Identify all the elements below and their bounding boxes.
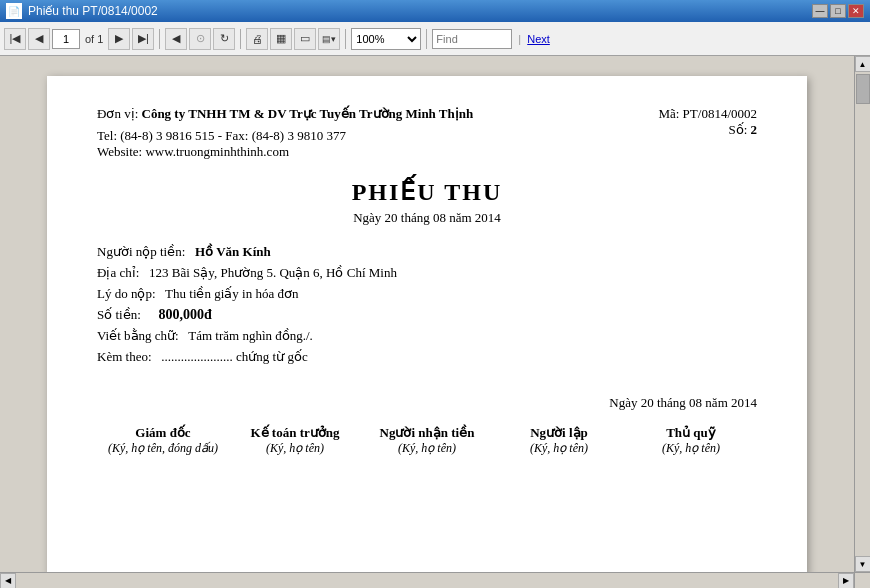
so-tien-value: 800,000đ — [159, 307, 212, 323]
scroll-up-button[interactable]: ▲ — [855, 56, 871, 72]
scroll-left-button[interactable]: ◀ — [0, 573, 16, 589]
ly-do-value: Thu tiền giấy in hóa đơn — [165, 286, 298, 301]
refresh-button[interactable]: ↻ — [213, 28, 235, 50]
scroll-thumb-vertical[interactable] — [856, 74, 870, 104]
scroll-right-button[interactable]: ▶ — [838, 573, 854, 589]
document-date: Ngày 20 tháng 08 năm 2014 — [97, 210, 757, 226]
kem-theo-value: ...................... chứng từ gốc — [161, 349, 307, 364]
find-separator: | — [518, 33, 521, 45]
toolbar: |◀ ◀ of 1 ▶ ▶| ◀ ⊙ ↻ 🖨 ▦ ▭ ▤▾ 100% 75% 1… — [0, 22, 870, 56]
ma-label: Mã: PT/0814/0002 — [658, 106, 757, 122]
page-view-button[interactable]: ▭ — [294, 28, 316, 50]
scroll-down-button[interactable]: ▼ — [855, 556, 871, 572]
prev-page-button[interactable]: ◀ — [28, 28, 50, 50]
so-value: 2 — [751, 122, 758, 137]
forward-button[interactable]: ⊙ — [189, 28, 211, 50]
separator-2 — [240, 29, 241, 49]
company-name: Công ty TNHH TM & DV Trực Tuyến Trường M… — [142, 106, 474, 121]
separator-1 — [159, 29, 160, 49]
viet-bang-chu-label: Viết bằng chữ: — [97, 328, 179, 343]
sig-sub-0: (Ký, họ tên, đóng dấu) — [104, 441, 223, 456]
kem-theo-label: Kèm theo: — [97, 349, 152, 364]
sig-col-4: Thủ quỹ (Ký, họ tên) — [632, 425, 751, 456]
company-info: Đơn vị: Công ty TNHH TM & DV Trực Tuyến … — [97, 106, 473, 160]
scrollbar-horizontal[interactable]: ◀ ▶ — [0, 572, 854, 588]
back-button[interactable]: ◀ — [165, 28, 187, 50]
document-header: Đơn vị: Công ty TNHH TM & DV Trực Tuyến … — [97, 106, 757, 160]
sig-col-3: Người lập (Ký, họ tên) — [500, 425, 619, 456]
sig-sub-1: (Ký, họ tên) — [236, 441, 355, 456]
so-tien-row: Số tiền: 800,000đ — [97, 307, 757, 323]
document-container: Đơn vị: Công ty TNHH TM & DV Trực Tuyến … — [0, 56, 854, 572]
so-row: Số: 2 — [658, 122, 757, 138]
zoom-select[interactable]: 100% 75% 150% — [351, 28, 421, 50]
last-page-button[interactable]: ▶| — [132, 28, 154, 50]
first-page-button[interactable]: |◀ — [4, 28, 26, 50]
sig-sub-2: (Ký, họ tên) — [368, 441, 487, 456]
ly-do-label: Lý do nộp: — [97, 286, 156, 301]
window-icon: 📄 — [6, 3, 22, 19]
sig-title-0: Giám đốc — [104, 425, 223, 441]
document-title: PHIẾU THU — [97, 178, 757, 206]
ly-do-row: Lý do nộp: Thu tiền giấy in hóa đơn — [97, 286, 757, 302]
nguoi-nop-value: Hồ Văn Kính — [195, 244, 271, 259]
sig-col-2: Người nhận tiền (Ký, họ tên) — [368, 425, 487, 456]
find-input[interactable] — [432, 29, 512, 49]
title-bar: 📄 Phiếu thu PT/0814/0002 — □ ✕ — [0, 0, 870, 22]
sig-sub-3: (Ký, họ tên) — [500, 441, 619, 456]
viet-bang-chu-value: Tám trăm nghìn đồng./. — [188, 328, 313, 343]
find-next-button[interactable]: Next — [527, 33, 550, 45]
sig-title-1: Kế toán trưởng — [236, 425, 355, 441]
so-tien-label: Số tiền: — [97, 307, 141, 323]
dia-chi-value: 123 Bãi Sậy, Phường 5. Quận 6, Hồ Chí Mi… — [149, 265, 397, 280]
sig-col-1: Kế toán trưởng (Ký, họ tên) — [236, 425, 355, 456]
document-page: Đơn vị: Công ty TNHH TM & DV Trực Tuyến … — [47, 76, 807, 572]
separator-4 — [426, 29, 427, 49]
page-number-input[interactable] — [52, 29, 80, 49]
sig-title-4: Thủ quỹ — [632, 425, 751, 441]
sig-title-2: Người nhận tiền — [368, 425, 487, 441]
scroll-track-vertical[interactable] — [855, 72, 871, 556]
main-area: Đơn vị: Công ty TNHH TM & DV Trực Tuyến … — [0, 56, 870, 588]
company-unit-label: Đơn vị: — [97, 106, 138, 121]
sig-title-3: Người lập — [500, 425, 619, 441]
viet-bang-chu-row: Viết bằng chữ: Tám trăm nghìn đồng./. — [97, 328, 757, 344]
sig-col-0: Giám đốc (Ký, họ tên, đóng dấu) — [104, 425, 223, 456]
sig-sub-4: (Ký, họ tên) — [632, 441, 751, 456]
company-tel: Tel: (84-8) 3 9816 515 - Fax: (84-8) 3 9… — [97, 128, 473, 144]
scroll-corner — [854, 572, 870, 588]
signatures-section: Ngày 20 tháng 08 năm 2014 Giám đốc (Ký, … — [97, 395, 757, 456]
minimize-button[interactable]: — — [812, 4, 828, 18]
nguoi-nop-label: Người nộp tiền: — [97, 244, 185, 259]
maximize-button[interactable]: □ — [830, 4, 846, 18]
window-title: Phiếu thu PT/0814/0002 — [28, 4, 812, 18]
page-of-label: of 1 — [85, 33, 103, 45]
separator-3 — [345, 29, 346, 49]
next-page-button[interactable]: ▶ — [108, 28, 130, 50]
scrollbar-vertical[interactable]: ▲ ▼ — [854, 56, 870, 572]
company-name-row: Đơn vị: Công ty TNHH TM & DV Trực Tuyến … — [97, 106, 473, 122]
dia-chi-label: Địa chỉ: — [97, 265, 139, 280]
kem-theo-row: Kèm theo: ...................... chứng t… — [97, 349, 757, 365]
close-button[interactable]: ✕ — [848, 4, 864, 18]
print-button[interactable]: 🖨 — [246, 28, 268, 50]
nguoi-nop-row: Người nộp tiền: Hồ Văn Kính — [97, 244, 757, 260]
document-codes: Mã: PT/0814/0002 Số: 2 — [658, 106, 757, 138]
sig-date: Ngày 20 tháng 08 năm 2014 — [97, 395, 757, 411]
window-controls: — □ ✕ — [812, 4, 864, 18]
view-button[interactable]: ▦ — [270, 28, 292, 50]
dia-chi-row: Địa chỉ: 123 Bãi Sậy, Phường 5. Quận 6, … — [97, 265, 757, 281]
so-label: Số: — [728, 122, 747, 137]
sig-row: Giám đốc (Ký, họ tên, đóng dấu) Kế toán … — [97, 425, 757, 456]
scroll-track-horizontal[interactable] — [16, 573, 838, 589]
company-website: Website: www.truongminhthinh.com — [97, 144, 473, 160]
export-button[interactable]: ▤▾ — [318, 28, 340, 50]
